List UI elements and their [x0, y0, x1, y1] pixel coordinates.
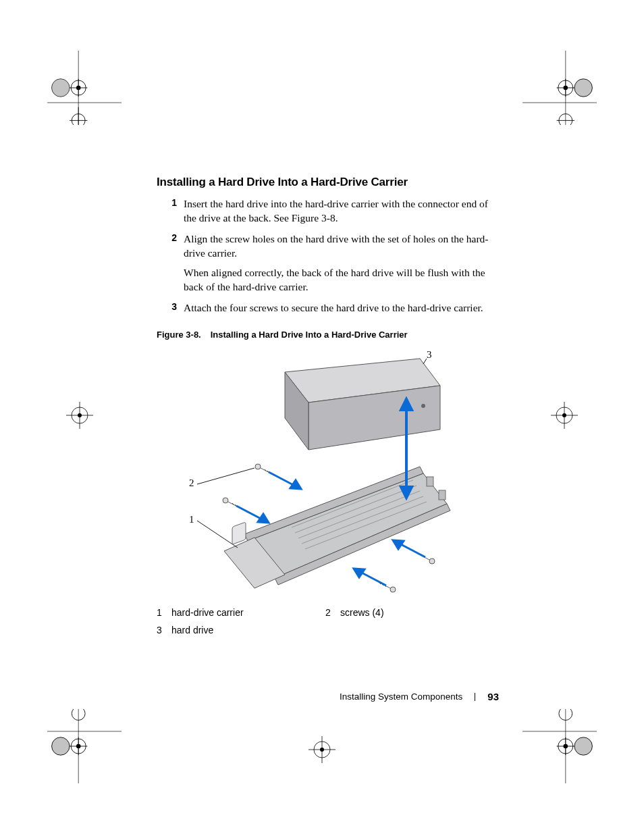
svg-point-47 [556, 407, 572, 423]
legend-num: 1 [157, 607, 171, 618]
svg-marker-77 [290, 480, 301, 489]
svg-point-67 [390, 587, 396, 592]
svg-rect-61 [427, 477, 433, 486]
legend-num: 3 [157, 625, 171, 635]
legend-item-1: 1 hard-drive carrier [157, 607, 325, 618]
svg-point-18 [564, 86, 568, 90]
step-number: 2 [157, 232, 184, 243]
crop-mark-mid-right [544, 395, 585, 436]
hard-drive-carrier-illustration [224, 467, 450, 588]
figure-legend: 1 hard-drive carrier 2 screws (4) 3 hard… [157, 607, 500, 635]
figure-diagram: 3 2 1 [157, 352, 500, 602]
crop-mark-bottom-right [522, 709, 597, 783]
svg-rect-60 [232, 522, 246, 544]
page-number: 93 [487, 691, 499, 702]
svg-point-1 [52, 79, 70, 97]
svg-point-0 [52, 79, 70, 97]
svg-point-46 [78, 413, 82, 417]
step-3: 3 Attach the four screws to secure the h… [157, 301, 500, 315]
step-number: 3 [157, 301, 184, 312]
footer-section: Installing System Components [340, 692, 462, 702]
figure-title: Installing a Hard Drive Into a Hard-Driv… [211, 330, 408, 340]
svg-line-83 [197, 468, 254, 484]
svg-point-50 [562, 413, 566, 417]
svg-point-42 [320, 748, 324, 752]
svg-point-43 [72, 407, 88, 423]
svg-point-8 [72, 114, 85, 126]
callout-3: 3 [427, 349, 432, 361]
step-2: 2 Align the screw holes on the hard driv… [157, 232, 500, 294]
step-main-text: Align the screw holes on the hard drive … [184, 233, 489, 259]
hard-drive-illustration [285, 359, 440, 450]
step-text: Attach the four screws to secure the har… [184, 301, 500, 315]
crop-mark-top-right [522, 51, 597, 125]
legend-item-3: 3 hard drive [157, 625, 325, 635]
svg-point-63 [223, 498, 228, 503]
step-text: Align the screw holes on the hard drive … [184, 232, 500, 294]
figure-caption: Figure 3-8.Installing a Hard Drive Into … [157, 330, 500, 340]
callout-2: 2 [189, 477, 194, 489]
legend-num: 2 [325, 607, 340, 618]
page-footer: Installing System Components 93 [0, 691, 644, 702]
legend-item-2: 2 screws (4) [325, 607, 384, 618]
svg-point-19 [559, 114, 572, 126]
svg-point-4 [71, 80, 86, 95]
svg-point-12 [574, 79, 592, 97]
step-text: Insert the hard drive into the hard-driv… [184, 197, 500, 226]
svg-point-22 [52, 737, 70, 755]
svg-point-34 [558, 739, 573, 754]
step-1: 1 Insert the hard drive into the hard-dr… [157, 197, 500, 226]
procedure-list: 1 Insert the hard drive into the hard-dr… [157, 197, 500, 315]
legend-label: hard drive [171, 625, 213, 635]
svg-line-82 [197, 521, 238, 548]
svg-point-7 [76, 86, 81, 90]
svg-point-30 [574, 737, 592, 755]
svg-point-65 [255, 464, 261, 469]
section-heading: Installing a Hard Drive Into a Hard-Driv… [157, 176, 500, 189]
svg-point-54 [421, 404, 425, 408]
step-number: 1 [157, 197, 184, 208]
svg-point-31 [574, 737, 592, 755]
svg-point-69 [429, 558, 435, 564]
footer-separator [475, 693, 475, 701]
crop-mark-top-left [47, 51, 122, 125]
svg-marker-81 [393, 540, 404, 549]
page-content: Installing a Hard Drive Into a Hard-Driv… [157, 176, 500, 642]
figure-number: Figure 3-8. [157, 330, 201, 340]
svg-rect-62 [439, 490, 446, 500]
svg-point-28 [76, 744, 81, 749]
svg-point-25 [71, 739, 86, 754]
legend-label: hard-drive carrier [171, 607, 244, 618]
svg-marker-79 [354, 569, 365, 577]
crop-mark-bottom-center [302, 729, 342, 770]
crop-mark-bottom-left [47, 709, 122, 783]
svg-point-11 [574, 79, 592, 97]
callout-1: 1 [189, 514, 194, 525]
svg-point-15 [558, 80, 573, 95]
svg-point-38 [559, 709, 572, 721]
svg-point-37 [564, 744, 568, 749]
legend-label: screws (4) [340, 607, 384, 618]
svg-point-21 [52, 737, 70, 755]
svg-point-29 [72, 709, 85, 721]
svg-marker-75 [258, 514, 269, 523]
svg-point-39 [314, 741, 330, 758]
crop-mark-mid-left [59, 395, 100, 436]
step-note: When aligned correctly, the back of the … [184, 266, 500, 294]
